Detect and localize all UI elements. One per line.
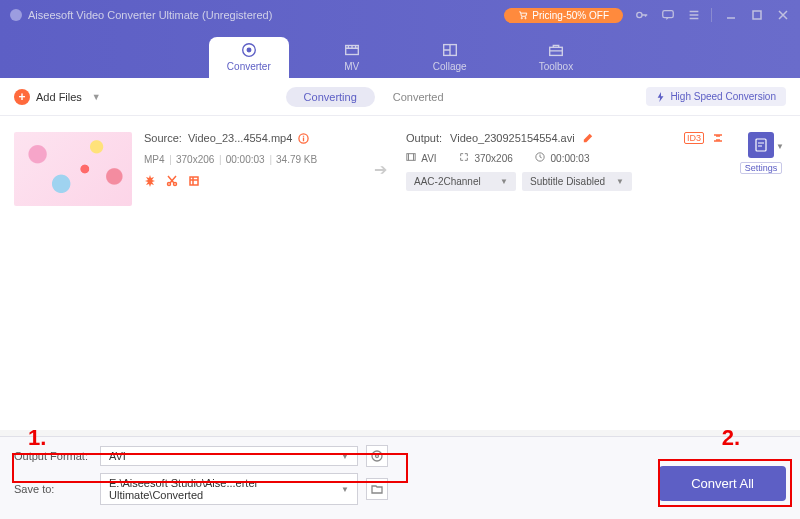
add-files-button[interactable]: + Add Files ▼: [14, 89, 101, 105]
tab-converting[interactable]: Converting: [286, 87, 375, 107]
menu-icon[interactable]: [687, 8, 701, 22]
titlebar: Aiseesoft Video Converter Ultimate (Unre…: [0, 0, 800, 30]
pricing-button[interactable]: Pricing-50% OFF: [504, 8, 623, 23]
film-icon: [406, 152, 416, 162]
output-label: Output:: [406, 132, 442, 144]
tab-converted[interactable]: Converted: [375, 87, 462, 107]
file-list: Source: Video_23...4554.mp4 MP4370x20600…: [0, 116, 800, 222]
chevron-down-icon: ▼: [341, 485, 349, 494]
format-options-button[interactable]: [366, 445, 388, 467]
trim-icon[interactable]: [166, 175, 178, 187]
bottom-bar: Output Format: AVI ▼ Save to: E:\Aiseeso…: [0, 436, 800, 519]
bolt-icon: [656, 92, 666, 102]
empty-area: [0, 222, 800, 430]
svg-rect-4: [753, 11, 761, 19]
toolbar: + Add Files ▼ Converting Converted High …: [0, 78, 800, 116]
browse-folder-button[interactable]: [366, 478, 388, 500]
arrow-icon: ➔: [366, 160, 394, 179]
feedback-icon[interactable]: [661, 8, 675, 22]
plus-icon: +: [14, 89, 30, 105]
file-item: Source: Video_23...4554.mp4 MP4370x20600…: [14, 126, 786, 212]
mv-icon: [343, 41, 361, 59]
settings-column: ▼ Settings: [736, 132, 786, 174]
format-icon: [753, 137, 769, 153]
tab-converter[interactable]: Converter: [209, 37, 289, 78]
minimize-button[interactable]: [724, 8, 738, 22]
toolbox-icon: [547, 41, 565, 59]
tab-mv[interactable]: MV: [325, 37, 379, 78]
chevron-down-icon: ▼: [341, 452, 349, 461]
chevron-down-icon: ▼: [616, 177, 624, 186]
output-column: Output: Video_230925154554.avi ID3 AVI 3…: [406, 132, 724, 191]
collage-icon: [441, 41, 459, 59]
tab-toolbox[interactable]: Toolbox: [521, 37, 591, 78]
svg-point-2: [637, 12, 642, 17]
svg-rect-16: [756, 139, 766, 151]
source-meta: MP4370x20600:00:0334.79 KB: [144, 154, 354, 165]
id3-button[interactable]: ID3: [684, 132, 704, 144]
cart-icon: [518, 10, 528, 20]
clock-icon: [535, 152, 545, 162]
info-icon[interactable]: [298, 133, 309, 144]
chevron-down-icon: ▼: [92, 92, 101, 102]
status-tabs: Converting Converted: [286, 87, 462, 107]
compress-icon[interactable]: [712, 132, 724, 144]
output-filename: Video_230925154554.avi: [450, 132, 575, 144]
close-button[interactable]: [776, 8, 790, 22]
app-title: Aiseesoft Video Converter Ultimate (Unre…: [28, 9, 504, 21]
save-to-select[interactable]: E:\Aiseesoft Studio\Aise...erter Ultimat…: [100, 473, 358, 505]
source-column: Source: Video_23...4554.mp4 MP4370x20600…: [144, 132, 354, 187]
main-nav: Converter MV Collage Toolbox: [0, 30, 800, 78]
output-format-label: Output Format:: [14, 450, 92, 462]
separator: [711, 8, 712, 22]
key-icon[interactable]: [635, 8, 649, 22]
maximize-button[interactable]: [750, 8, 764, 22]
source-filename: Video_23...4554.mp4: [188, 132, 292, 144]
svg-rect-3: [663, 11, 674, 18]
output-meta: AVI 370x206 00:00:03: [406, 152, 724, 164]
svg-point-1: [525, 18, 526, 19]
svg-point-0: [521, 18, 522, 19]
output-format-select[interactable]: AVI ▼: [100, 446, 358, 466]
edit-actions: [144, 175, 354, 187]
expand-icon: [459, 152, 469, 162]
svg-point-6: [247, 48, 251, 52]
source-label: Source:: [144, 132, 182, 144]
enhance-icon[interactable]: [144, 175, 156, 187]
svg-rect-13: [190, 177, 198, 185]
edit-icon[interactable]: [188, 175, 200, 187]
chevron-down-icon[interactable]: ▼: [776, 142, 784, 151]
high-speed-button[interactable]: High Speed Conversion: [646, 87, 786, 106]
video-thumbnail[interactable]: [14, 132, 132, 206]
save-to-label: Save to:: [14, 483, 92, 495]
converter-icon: [240, 41, 258, 59]
rename-icon[interactable]: [583, 133, 593, 143]
audio-select[interactable]: AAC-2Channel▼: [406, 172, 516, 191]
subtitle-select[interactable]: Subtitle Disabled▼: [522, 172, 632, 191]
svg-point-18: [376, 455, 379, 458]
format-settings-button[interactable]: ▼: [748, 132, 774, 158]
chevron-down-icon: ▼: [500, 177, 508, 186]
app-logo-icon: [10, 9, 22, 21]
tab-collage[interactable]: Collage: [415, 37, 485, 78]
svg-point-17: [372, 451, 382, 461]
settings-link[interactable]: Settings: [740, 162, 783, 174]
convert-all-button[interactable]: Convert All: [659, 466, 786, 501]
